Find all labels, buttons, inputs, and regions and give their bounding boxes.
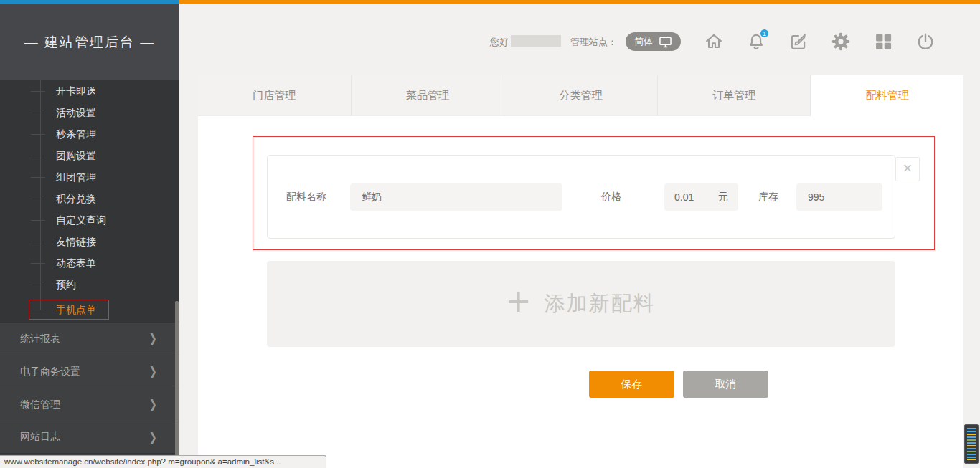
price-unit-label: 元 — [718, 191, 728, 204]
notification-badge: 1 — [759, 28, 770, 39]
apps-grid-icon[interactable] — [873, 32, 893, 52]
sidebar-submenu: 开卡即送 活动设置 秒杀管理 团购设置 组团管理 积分兑换 自定义查询 友情链接… — [0, 80, 179, 322]
header-icon-row: 1 — [704, 32, 936, 52]
chevron-right-icon: ❯ — [149, 364, 156, 379]
sidebar-item-reservation[interactable]: 预约 — [0, 274, 179, 295]
sidebar-sections: 统计报表 ❯ 电子商务设置 ❯ 微信管理 ❯ 网站日志 ❯ — [0, 322, 179, 454]
sidebar-section-label: 网站日志 — [20, 431, 60, 444]
add-new-ingredient-button[interactable]: + 添加新配料 — [267, 261, 895, 347]
color-stripes-icon — [966, 427, 976, 461]
action-button-row: 保存 取消 — [589, 371, 768, 398]
sidebar-item-card-gift[interactable]: 开卡即送 — [0, 80, 179, 102]
username-redacted — [511, 35, 561, 47]
taskbar-mini-widget — [964, 424, 979, 464]
header: 您好 管理站点： 简体 1 — [179, 4, 980, 75]
price-input-box: 元 — [664, 183, 738, 211]
price-input[interactable] — [674, 191, 718, 203]
site-language-pill[interactable]: 简体 — [626, 32, 681, 51]
compose-icon[interactable] — [788, 32, 809, 52]
close-icon[interactable]: × — [895, 157, 920, 181]
tab-dish-management[interactable]: 菜品管理 — [352, 75, 505, 116]
add-new-ingredient-label: 添加新配料 — [545, 290, 656, 318]
chevron-right-icon: ❯ — [149, 397, 156, 412]
tab-category-management[interactable]: 分类管理 — [504, 75, 658, 116]
sidebar-item-points-exchange[interactable]: 积分兑换 — [0, 188, 179, 209]
tab-ingredient-management[interactable]: 配料管理 — [811, 75, 963, 116]
sidebar-item-mobile-ordering[interactable]: 手机点单 — [0, 299, 179, 320]
home-icon[interactable] — [704, 32, 724, 52]
sidebar: — 建站管理后台 — 开卡即送 活动设置 秒杀管理 团购设置 组团管理 积分兑换… — [0, 4, 179, 468]
sidebar-item-flashsale[interactable]: 秒杀管理 — [0, 123, 179, 145]
sidebar-scrollbar-thumb[interactable] — [175, 301, 179, 463]
ingredient-card: 配料名称 价格 元 库存 — [267, 155, 895, 239]
app-title: — 建站管理后台 — — [0, 4, 179, 80]
ingredient-name-label: 配料名称 — [286, 191, 326, 204]
greeting-text: 您好 — [490, 36, 509, 49]
sidebar-item-statistics[interactable]: 统计报表 ❯ — [0, 322, 179, 355]
cancel-button[interactable]: 取消 — [683, 371, 768, 398]
sidebar-item-dynamic-forms[interactable]: 动态表单 — [0, 252, 179, 274]
manage-site-label: 管理站点： — [570, 36, 617, 49]
tab-store-management[interactable]: 门店管理 — [198, 75, 352, 116]
sidebar-item-group-management[interactable]: 组团管理 — [0, 166, 179, 188]
sidebar-item-activity-settings[interactable]: 活动设置 — [0, 102, 179, 123]
sidebar-section-label: 统计报表 — [20, 333, 60, 345]
power-icon[interactable] — [915, 32, 936, 52]
gear-icon[interactable] — [831, 32, 851, 52]
sidebar-item-ecommerce-settings[interactable]: 电子商务设置 ❯ — [0, 355, 179, 388]
language-label: 简体 — [634, 35, 653, 48]
bell-icon[interactable]: 1 — [746, 32, 766, 52]
main-content: 门店管理 菜品管理 分类管理 订单管理 配料管理 配料名称 价格 元 库存 × … — [198, 75, 963, 468]
sidebar-item-friend-links[interactable]: 友情链接 — [0, 231, 179, 252]
monitor-icon — [659, 36, 672, 48]
stock-label: 库存 — [758, 191, 778, 204]
save-button[interactable]: 保存 — [589, 371, 674, 398]
sidebar-section-label: 微信管理 — [20, 398, 60, 411]
price-label: 价格 — [601, 191, 621, 204]
plus-icon: + — [507, 282, 530, 322]
ingredient-name-input[interactable] — [350, 183, 562, 211]
sidebar-item-groupbuy-settings[interactable]: 团购设置 — [0, 145, 179, 166]
stock-input[interactable] — [796, 183, 882, 211]
sidebar-item-site-logs[interactable]: 网站日志 ❯ — [0, 421, 179, 454]
tab-bar: 门店管理 菜品管理 分类管理 订单管理 配料管理 — [198, 75, 963, 116]
chevron-right-icon: ❯ — [149, 331, 156, 346]
sidebar-item-wechat-management[interactable]: 微信管理 ❯ — [0, 388, 179, 421]
tab-order-management[interactable]: 订单管理 — [658, 75, 811, 116]
sidebar-section-label: 电子商务设置 — [20, 366, 80, 378]
status-url-tooltip: www.websitemanage.cn/website/index.php? … — [0, 455, 326, 468]
chevron-right-icon: ❯ — [149, 430, 156, 445]
sidebar-item-custom-query[interactable]: 自定义查询 — [0, 209, 179, 231]
